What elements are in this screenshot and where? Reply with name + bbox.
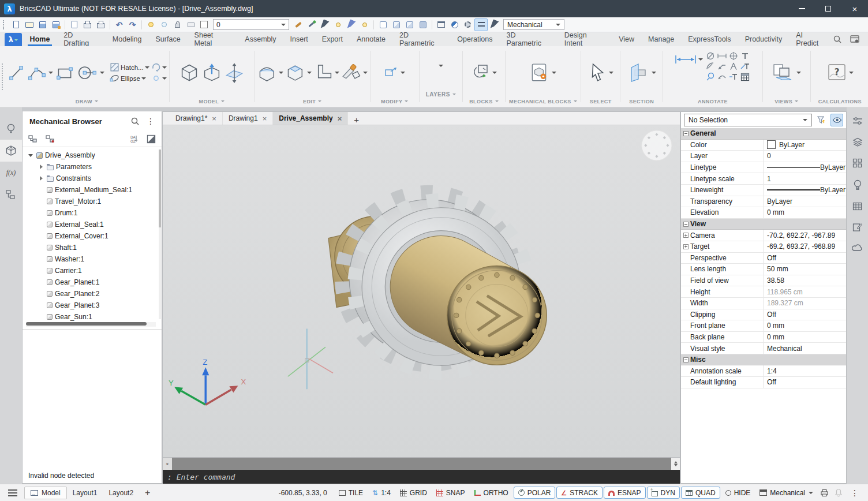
point-button[interactable] <box>151 73 167 83</box>
chevron-down-icon[interactable] <box>609 72 613 76</box>
panel-label-calculations[interactable]: CALCULATIONS <box>813 97 867 106</box>
ribbon-tab[interactable]: Surface <box>149 32 188 46</box>
qat-tool-button[interactable] <box>36 18 49 31</box>
tree-item[interactable]: Gear_Planet:3 <box>23 300 162 311</box>
linear-dim-icon[interactable] <box>717 52 727 60</box>
tree-item[interactable]: Washer:1 <box>23 253 162 265</box>
qat-tool-button[interactable] <box>390 18 403 31</box>
tree-item[interactable]: Constraints <box>23 173 162 184</box>
chevron-down-icon[interactable] <box>363 72 368 76</box>
qat-tool-button[interactable] <box>448 18 461 31</box>
qat-tool-button[interactable] <box>488 18 501 31</box>
tree-item[interactable]: Parameters <box>23 161 162 173</box>
status-toggle[interactable]: STRACK <box>556 487 603 499</box>
command-history-scrollbar[interactable] <box>671 458 680 470</box>
qat-tool-button[interactable] <box>81 18 94 31</box>
chevron-down-icon[interactable] <box>100 72 104 76</box>
tree-item[interactable]: External_Cover:1 <box>23 230 162 242</box>
qat-tool-button[interactable] <box>23 18 36 31</box>
property-row[interactable]: Linetype ByLayer <box>681 162 846 174</box>
status-toggle[interactable]: 1:4 <box>368 487 395 499</box>
qat-tool-button[interactable] <box>358 18 371 31</box>
tree-horizontal-scrollbar[interactable] <box>26 322 156 327</box>
tree-item[interactable]: Carrier:1 <box>23 265 162 276</box>
panel-label-modify[interactable]: MODIFY <box>373 97 417 106</box>
chevron-down-icon[interactable] <box>849 72 854 76</box>
ribbon-tab[interactable]: AI Predict <box>789 32 833 46</box>
tree-chevron-icon[interactable] <box>27 152 34 159</box>
lights-panel-button[interactable] <box>847 180 868 190</box>
property-row[interactable]: Transparency ByLayer <box>681 196 846 208</box>
qat-tool-button[interactable] <box>376 18 390 31</box>
notification-bell-icon[interactable] <box>835 488 843 497</box>
qat-tool-button[interactable] <box>416 18 429 31</box>
qat-tool-button[interactable] <box>345 18 358 31</box>
ribbon-tab[interactable]: Insert <box>283 32 315 46</box>
property-row[interactable]: Camera -70.2, 692.27, -967.89 <box>681 230 846 241</box>
command-panel-close[interactable]: × <box>163 458 172 470</box>
select-cursor-icon[interactable] <box>588 62 607 83</box>
qat-tool-button[interactable] <box>158 18 171 31</box>
property-row[interactable]: Front plane 0 mm <box>681 320 846 332</box>
document-tab[interactable]: Drawing1* × <box>170 112 223 125</box>
qat-tool-button[interactable] <box>373 20 374 29</box>
status-toggle[interactable]: HIDE <box>721 487 755 499</box>
property-row[interactable]: Target -69.2, 693.27, -968.89 <box>681 241 846 253</box>
ribbon-tab[interactable]: 3D Parametric <box>499 32 557 46</box>
property-row[interactable]: Layer 0 <box>681 151 846 162</box>
qat-tool-button[interactable] <box>184 18 197 31</box>
chevron-down-icon[interactable] <box>796 72 801 76</box>
selection-dropdown[interactable]: No Selection <box>684 114 812 126</box>
qat-tool-button[interactable] <box>461 18 474 31</box>
chevron-down-icon[interactable] <box>492 72 497 76</box>
collapse-nodes-icon[interactable] <box>46 135 55 143</box>
status-toggle[interactable]: QUAD <box>681 487 720 499</box>
qat-tool-button[interactable] <box>68 18 81 31</box>
tree-item[interactable]: Gear_Planet:2 <box>23 288 162 300</box>
table-panel-button[interactable] <box>847 202 868 211</box>
close-tab-icon[interactable]: × <box>212 115 216 122</box>
document-tab[interactable]: Drive_Assembly × <box>273 112 348 125</box>
panel-label-blocks[interactable]: BLOCKS <box>465 97 503 106</box>
print-status-icon[interactable] <box>820 489 829 497</box>
chevron-down-icon[interactable] <box>439 65 443 69</box>
tree-item[interactable]: Drum:1 <box>23 207 162 219</box>
ribbon-tab[interactable]: Assembly <box>238 32 283 46</box>
ribbon-tab[interactable]: ExpressTools <box>681 32 738 46</box>
cloud-panel-button[interactable] <box>847 244 868 252</box>
tree-item[interactable]: Shaft:1 <box>23 242 162 253</box>
center-mark-icon[interactable] <box>729 51 738 61</box>
chevron-down-icon[interactable] <box>809 492 813 496</box>
status-menu-icon[interactable] <box>8 489 17 496</box>
panel-label-layers[interactable]: LAYERS <box>421 83 460 106</box>
panel-label-select[interactable]: SELECT <box>583 97 618 106</box>
status-toggle[interactable]: Mechanical <box>755 487 810 499</box>
ribbon-tab[interactable]: Export <box>315 32 350 46</box>
status-toggle[interactable]: ORTHO <box>470 487 513 499</box>
command-history[interactable] <box>172 458 671 470</box>
angular-dim-icon[interactable] <box>729 62 738 71</box>
leader-icon[interactable] <box>717 62 727 71</box>
expand-icon[interactable] <box>681 233 690 238</box>
close-tab-icon[interactable]: × <box>263 115 267 122</box>
status-toggle[interactable]: GRID <box>395 487 432 499</box>
sheets-panel-button[interactable] <box>847 222 868 232</box>
ribbon-tab[interactable]: Sheet Metal <box>188 32 238 46</box>
tree-item[interactable]: External_Medium_Seal:1 <box>23 184 162 196</box>
chevron-down-icon[interactable] <box>401 72 405 76</box>
workspace-dropdown[interactable]: Mechanical <box>503 19 564 30</box>
expand-icon[interactable] <box>681 131 690 136</box>
panel-menu-icon[interactable]: ⋮ <box>144 117 157 126</box>
rectangle-tool-icon[interactable] <box>55 63 74 82</box>
arc-dim-icon[interactable] <box>717 72 727 81</box>
status-toggle[interactable]: POLAR <box>514 487 556 499</box>
arc-tool-icon[interactable] <box>27 63 47 82</box>
panel-label-model[interactable]: MODEL <box>172 97 252 106</box>
chevron-down-icon[interactable] <box>552 72 556 76</box>
expand-nodes-icon[interactable] <box>28 135 38 143</box>
status-toggle[interactable]: SNAP <box>432 487 470 499</box>
command-input[interactable]: : Enter command <box>162 470 680 484</box>
ribbon-tab[interactable]: Manage <box>641 32 681 46</box>
tree-item[interactable]: Gear_Planet:1 <box>23 276 162 288</box>
property-row[interactable]: General <box>681 128 846 140</box>
